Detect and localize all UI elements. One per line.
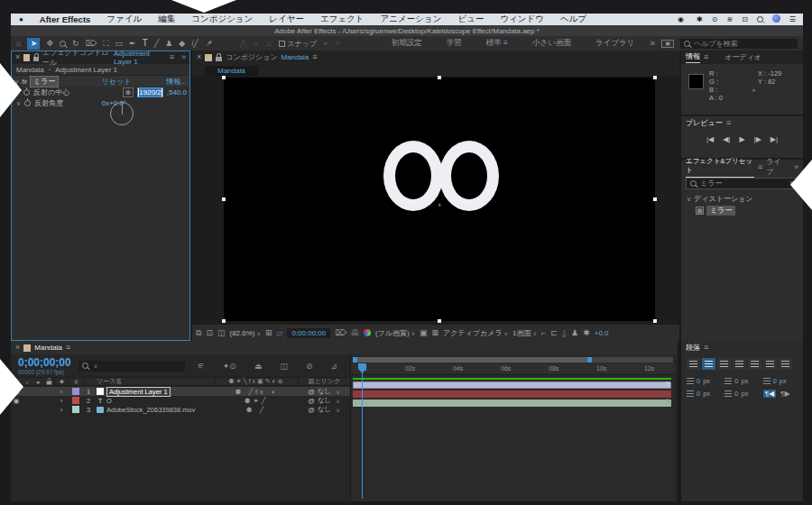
layer-handle[interactable] xyxy=(438,319,441,323)
menu-edit[interactable]: 編集 xyxy=(150,14,183,25)
mask-visibility-icon[interactable]: ▱ xyxy=(276,329,282,337)
lock-icon[interactable] xyxy=(216,57,222,61)
camera-view-dropdown[interactable]: アクティブカメラ∨ xyxy=(443,328,508,338)
roto-brush-tool-icon[interactable]: 𝑖╱ xyxy=(191,40,198,48)
panel-menu-icon[interactable]: ≡ xyxy=(758,163,762,171)
menu-composition[interactable]: コンポジション xyxy=(183,14,261,25)
tab-overflow-chevrons[interactable]: » xyxy=(181,53,186,61)
category-distortion[interactable]: ∨ ディストーション xyxy=(681,193,803,205)
layer-handle[interactable] xyxy=(438,76,441,79)
layer-label-chip[interactable] xyxy=(69,406,83,413)
clone-stamp-tool-icon[interactable]: ♟ xyxy=(165,40,172,48)
effect-header-row[interactable]: ∨ fx ミラー リセット 情報... xyxy=(11,76,190,87)
resolution-dropdown[interactable]: (フル画質)∨ xyxy=(375,328,415,338)
close-panel-icon[interactable]: × xyxy=(15,344,20,352)
layer-label-chip[interactable] xyxy=(69,397,83,404)
fast-previews-icon[interactable]: ⍙ xyxy=(562,329,567,337)
type-tool-icon[interactable]: T xyxy=(143,39,148,48)
work-area-start-handle[interactable] xyxy=(353,357,357,363)
snapshot-camera-icon[interactable]: ⌦ xyxy=(335,329,346,337)
parent-dropdown[interactable]: @なし∨ xyxy=(298,396,350,405)
layer-name[interactable]: AdobeStock_206339838.mov xyxy=(106,406,215,414)
workspace-default[interactable]: 初期設定 xyxy=(383,38,431,49)
timeline-search-input[interactable]: ∨ xyxy=(78,361,185,372)
display-settings-icon[interactable]: ⊡ xyxy=(206,329,213,337)
indent-right-field[interactable]: 0px xyxy=(763,377,798,385)
anchor-point-marker[interactable]: + xyxy=(438,202,441,208)
panel-menu-icon[interactable]: ≡ xyxy=(312,53,317,61)
hand-tool-icon[interactable]: ✥ xyxy=(46,40,53,48)
viewer-tab-mandala[interactable]: Mandala xyxy=(205,66,258,76)
view-layout-dropdown[interactable]: 1画面∨ xyxy=(512,328,537,338)
apple-menu-icon[interactable]: ● xyxy=(11,15,32,23)
layer-switches[interactable]: ⚉ ╱ xyxy=(215,406,298,414)
graph-editor-icon[interactable]: ⊿ xyxy=(330,362,337,371)
siri-icon[interactable] xyxy=(768,14,785,24)
timeline-button-icon[interactable]: ♟ xyxy=(571,329,578,337)
layer-handle[interactable] xyxy=(653,197,657,201)
time-ruler[interactable]: 0s 02s 04s 06s 08s 10s 12s xyxy=(351,363,675,375)
tab-audio[interactable]: オーディオ xyxy=(724,52,761,62)
tab-overflow-chevrons[interactable]: » xyxy=(794,163,798,171)
justify-last-right-button[interactable] xyxy=(763,358,777,370)
layer-disclosure[interactable]: › xyxy=(54,388,69,396)
composition-name[interactable]: Mandala xyxy=(281,53,309,61)
tab-info[interactable]: 情報 xyxy=(686,51,700,63)
lock-column-icon[interactable] xyxy=(43,378,54,385)
panel-menu-icon[interactable]: ≡ xyxy=(704,53,708,61)
first-line-indent-field[interactable]: 0px xyxy=(687,390,721,398)
parent-link-column[interactable]: 親とリンク xyxy=(298,377,350,386)
workspace-overflow-chevrons[interactable]: » xyxy=(650,39,655,48)
align-center-button[interactable] xyxy=(702,358,715,370)
camera-tool-icon[interactable]: ⌦ xyxy=(86,40,97,48)
camera-status-icon[interactable]: ◉ xyxy=(669,15,692,23)
indent-left-field[interactable]: 0px xyxy=(687,377,721,385)
snap-toggle[interactable]: スナップ xyxy=(279,39,318,49)
pan-behind-tool-icon[interactable]: ⛶ xyxy=(103,40,108,48)
panel-menu-icon[interactable]: ≡ xyxy=(66,344,70,352)
play-button[interactable]: ▶ xyxy=(739,135,744,143)
justify-last-left-button[interactable] xyxy=(733,358,746,370)
stopwatch-icon[interactable] xyxy=(23,89,30,96)
layer-disclosure[interactable]: › xyxy=(54,397,69,405)
wifi-icon[interactable]: ≋ xyxy=(722,15,737,23)
panel-menu-icon[interactable]: ≡ xyxy=(170,53,174,61)
panel-menu-icon[interactable]: ≡ xyxy=(726,119,731,127)
grid-guides-icon[interactable]: ⊞ xyxy=(265,329,272,337)
effect-about-button[interactable]: 情報... xyxy=(166,77,187,87)
exposure-value[interactable]: +0.0 xyxy=(595,329,609,337)
stopwatch-icon[interactable] xyxy=(24,100,31,106)
playhead-line[interactable] xyxy=(362,363,363,499)
mini-flowchart-icon[interactable]: ⚟ xyxy=(198,362,205,371)
motion-blur-icon[interactable]: ⊘ xyxy=(306,362,313,371)
shape-tool-icon[interactable]: ▭ xyxy=(115,40,124,48)
effects-search-input[interactable]: ミラー × xyxy=(686,178,798,189)
lock-icon[interactable] xyxy=(33,57,39,61)
workspace-libraries[interactable]: ライブラリ xyxy=(586,38,644,49)
audio-column-icon[interactable]: ♪ xyxy=(22,379,32,385)
prev-frame-button[interactable]: ◀| xyxy=(723,135,730,143)
control-center-icon[interactable]: ☰ xyxy=(785,15,803,23)
workspace-search-icon[interactable]: ▣ xyxy=(661,40,674,48)
layer-bar-2[interactable] xyxy=(353,390,671,398)
layer-handle[interactable] xyxy=(222,319,226,323)
pixel-aspect-icon[interactable]: ⊏ xyxy=(550,329,558,337)
eraser-tool-icon[interactable]: ◆ xyxy=(179,40,185,48)
menu-view[interactable]: ビュー xyxy=(449,14,492,25)
layer-name-edit-field[interactable]: Adjustment Layer 1 xyxy=(106,388,215,396)
timeline-tab-title[interactable]: Mandala xyxy=(34,344,62,352)
center-x-edit-field[interactable]: 1920/2 xyxy=(137,87,162,97)
composition-tab-title[interactable]: コンポジション xyxy=(226,52,277,62)
transparency-grid-icon[interactable]: ⊠ xyxy=(432,329,439,337)
menu-effect[interactable]: エフェクト xyxy=(312,14,373,25)
brush-tool-icon[interactable]: ╱ xyxy=(154,40,159,48)
hide-shy-layers-icon[interactable]: ⏏ xyxy=(254,362,263,371)
snap-options-icon[interactable]: ⌖ xyxy=(323,40,328,48)
rtl-direction-button[interactable]: ¶▶ xyxy=(779,390,791,398)
comp-brush-icon[interactable]: ✎ xyxy=(665,398,671,406)
last-frame-button[interactable]: ▶| xyxy=(770,135,778,143)
workspace-small-screen[interactable]: 小さい画面 xyxy=(523,38,580,49)
layer-handle[interactable] xyxy=(653,319,657,323)
space-after-field[interactable]: 0px xyxy=(724,390,759,398)
preview-monitor-icon[interactable]: ⧉ xyxy=(196,329,201,337)
